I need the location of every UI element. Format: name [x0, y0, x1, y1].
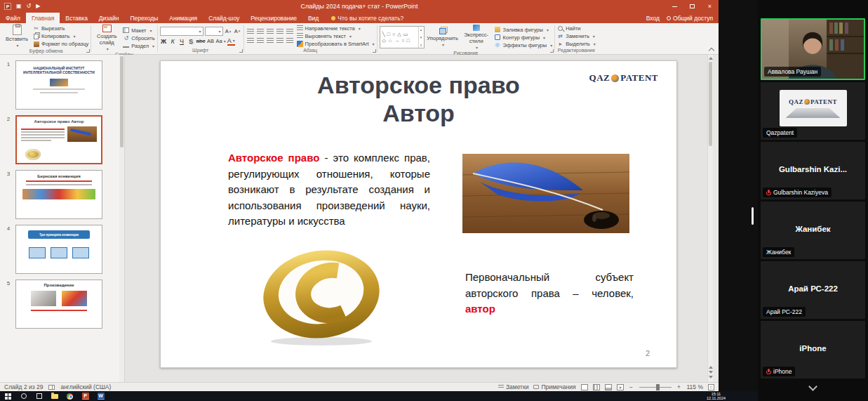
previous-slide-button[interactable] [709, 366, 713, 369]
bold-button[interactable]: Ж [160, 37, 168, 46]
panel-resize-handle[interactable] [752, 207, 754, 225]
quick-styles-button[interactable]: Экспресс-стили [461, 25, 492, 50]
shapes-gallery-scroll[interactable]: ▴▾≡ [418, 27, 424, 48]
shape-effects-button[interactable]: Эффекты фигуры [495, 41, 553, 48]
align-text-button[interactable]: Выровнять текст [297, 32, 375, 39]
start-button[interactable] [4, 393, 12, 400]
fit-slide-to-window-button[interactable] [708, 384, 714, 390]
new-slide-button[interactable]: Создать слайд [93, 25, 120, 51]
word-taskbar-button[interactable]: W [97, 393, 105, 400]
participant-video-tile[interactable]: Аввалова Раушан [761, 18, 865, 80]
italic-button[interactable]: К [169, 37, 177, 46]
layout-button[interactable]: Макет [123, 27, 154, 34]
reset-button[interactable]: Сбросить [123, 34, 154, 41]
zoom-out-button[interactable] [629, 383, 634, 390]
replace-button[interactable]: Заменить [557, 32, 596, 39]
tab-insert[interactable]: Вставка [60, 13, 93, 23]
slide-title[interactable]: Авторское право Автор [161, 71, 676, 127]
taskbar-clock[interactable]: 15:11 12.11.2024 [707, 392, 726, 400]
font-dialog-launcher[interactable] [239, 49, 243, 53]
align-right-button[interactable] [266, 37, 274, 44]
slide-thumbnail-5[interactable]: Произведение [15, 280, 102, 329]
maximize-button[interactable] [683, 0, 701, 13]
zoom-level[interactable]: 115 % [687, 383, 703, 390]
copy-button[interactable]: Копировать [33, 33, 88, 40]
search-button[interactable] [20, 393, 27, 400]
spellcheck-icon[interactable] [48, 385, 55, 390]
font-name-combo[interactable] [160, 27, 203, 36]
slide-body-text[interactable]: Авторское право - это комплекс прав, рег… [228, 150, 430, 230]
next-slide-button[interactable] [709, 371, 713, 374]
task-view-button[interactable] [35, 393, 43, 400]
strikethrough-button[interactable]: abc [196, 37, 206, 46]
character-spacing-button[interactable]: АВ [207, 37, 215, 46]
tab-review[interactable]: Рецензирование [245, 13, 302, 23]
tab-view[interactable]: Вид [302, 13, 324, 23]
cut-button[interactable]: Вырезать [33, 25, 88, 32]
reading-view-button[interactable] [605, 384, 612, 390]
participant-tile[interactable]: iPhone iPhone [761, 321, 865, 379]
save-icon[interactable]: ▣ [16, 3, 22, 10]
slide-thumbnail-3[interactable]: Бернская конвенция [15, 170, 102, 219]
slide-subject-text[interactable]: Первоначальный субъект авторского права … [465, 270, 634, 317]
normal-view-button[interactable] [581, 384, 588, 390]
comments-button[interactable]: Примечания [533, 383, 575, 390]
powerpoint-app-icon[interactable]: P [4, 3, 11, 10]
language-indicator[interactable]: английский (США) [60, 383, 111, 390]
change-case-button[interactable]: Аа [216, 37, 226, 46]
tab-design[interactable]: Дизайн [93, 13, 125, 23]
collapse-ribbon-button[interactable] [709, 46, 714, 52]
shape-fill-button[interactable]: Заливка фигуры [495, 26, 553, 33]
columns-button[interactable] [286, 37, 294, 44]
arrange-button[interactable]: Упорядочить [427, 25, 458, 50]
slide-area-scrollbar[interactable] [707, 55, 713, 382]
zoom-in-button[interactable] [676, 383, 682, 390]
participant-tile[interactable]: Жанибек Жанибек [761, 202, 865, 259]
participant-logo-tile[interactable]: QAZPATENT Qazpatent [761, 82, 865, 140]
shape-outline-button[interactable]: Контур фигуры [495, 34, 553, 41]
shapes-gallery[interactable]: ▴▾≡ [380, 26, 425, 48]
share-button[interactable]: Общий доступ [667, 15, 713, 22]
text-shadow-button[interactable]: S [187, 37, 195, 46]
smartart-button[interactable]: Преобразовать в SmartArt [297, 40, 375, 47]
slide-sorter-view-button[interactable] [593, 384, 600, 390]
drawing-dialog-launcher[interactable] [550, 49, 554, 53]
increase-indent-button[interactable] [276, 27, 284, 35]
paste-button[interactable]: Вставить [4, 25, 30, 48]
feather-ink-image[interactable] [462, 154, 629, 233]
scrollbar-thumb[interactable] [709, 62, 712, 146]
tell-me-box[interactable]: Что вы хотите сделать? [331, 15, 403, 22]
minimize-button[interactable] [666, 0, 683, 13]
select-button[interactable]: Выделить [557, 40, 596, 47]
align-center-button[interactable] [256, 37, 265, 44]
underline-button[interactable]: Ч [178, 37, 186, 46]
undo-icon[interactable]: ↺ [27, 3, 32, 10]
slide-indicator[interactable]: Слайд 2 из 29 [4, 383, 43, 390]
scroll-down-arrow[interactable] [709, 376, 713, 379]
format-painter-button[interactable]: Формат по образцу [33, 41, 88, 48]
sign-in-button[interactable]: Вход [646, 15, 660, 22]
copyright-symbol-image[interactable] [259, 248, 384, 348]
participant-tile[interactable]: Gulbarshin Kazi... Gulbarshin Kaziyeva [761, 142, 865, 199]
scroll-up-arrow[interactable] [709, 57, 713, 60]
grow-font-button[interactable]: А▴ [225, 27, 232, 35]
tab-transitions[interactable]: Переходы [124, 13, 163, 23]
tab-slideshow[interactable]: Слайд-шоу [203, 13, 245, 23]
font-size-combo[interactable] [205, 27, 223, 36]
decrease-indent-button[interactable] [266, 27, 274, 35]
line-spacing-button[interactable] [286, 27, 294, 35]
browser-button[interactable] [66, 393, 74, 400]
numbering-button[interactable] [256, 27, 265, 35]
align-left-button[interactable] [246, 37, 255, 44]
slide-canvas[interactable]: QAZPATENT Авторское право Автор Авторско… [160, 60, 677, 368]
text-direction-button[interactable]: Направление текста [297, 25, 375, 32]
zoom-slider-thumb[interactable] [656, 384, 660, 390]
find-button[interactable]: Найти [557, 25, 596, 32]
powerpoint-taskbar-button[interactable]: P [81, 393, 89, 400]
start-slideshow-icon[interactable]: ▶ [36, 3, 40, 10]
slide-thumbnail-2-selected[interactable]: Авторское право Автор [15, 115, 102, 164]
paragraph-dialog-launcher[interactable] [373, 49, 376, 53]
slideshow-view-button[interactable] [617, 384, 624, 390]
font-color-button[interactable]: А [227, 37, 235, 46]
chevron-down-icon[interactable] [808, 382, 817, 391]
